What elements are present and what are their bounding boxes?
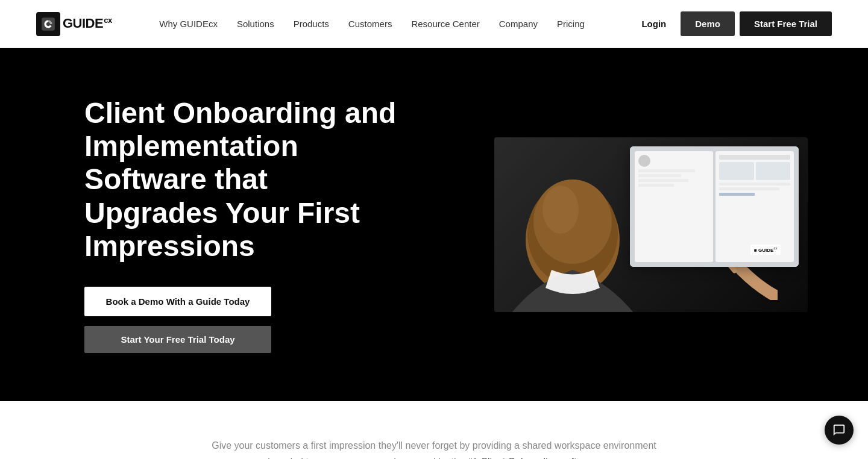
person-silhouette [506, 149, 639, 312]
nav-links: Why GUIDEcx Solutions Products Customers… [159, 19, 585, 30]
svg-rect-0 [42, 17, 55, 31]
nav-customers[interactable]: Customers [348, 19, 392, 29]
hero-right: ■ GUIDEcx [494, 137, 808, 312]
nav-pricing[interactable]: Pricing [557, 19, 585, 29]
avatar-placeholder [638, 155, 650, 167]
nav-resource-center[interactable]: Resource Center [411, 19, 479, 29]
nav-why-guidecx[interactable]: Why GUIDEcx [159, 19, 218, 29]
logo-link[interactable]: GUIDEcx [36, 12, 112, 36]
hero-cta-group: Book a Demo With a Guide Today Start You… [84, 287, 271, 353]
guide-logo-svg [40, 16, 56, 32]
hero-left: Client Onboarding and Implementation Sof… [84, 96, 398, 353]
chat-icon [832, 423, 846, 437]
client-onboarding-link[interactable]: Client Onboarding software [480, 457, 597, 459]
hero-section: Client Onboarding and Implementation Sof… [0, 48, 868, 401]
below-hero-section: Give your customers a first impression t… [0, 401, 868, 459]
nav-products[interactable]: Products [294, 19, 329, 29]
nav-actions: Login Demo Start Free Trial [632, 11, 832, 36]
login-button[interactable]: Login [632, 14, 676, 34]
guide-logo-on-screen: ■ GUIDEcx [750, 245, 781, 255]
book-demo-button[interactable]: Book a Demo With a Guide Today [84, 287, 271, 316]
logo-icon [36, 12, 60, 36]
svg-point-6 [542, 186, 579, 234]
nav-solutions[interactable]: Solutions [237, 19, 274, 29]
nav-company[interactable]: Company [499, 19, 538, 29]
logo-text: GUIDEcx [63, 16, 112, 31]
start-free-trial-button[interactable]: Start Free Trial [740, 11, 832, 36]
navbar: GUIDEcx Why GUIDEcx Solutions Products C… [0, 0, 868, 48]
demo-button[interactable]: Demo [681, 11, 735, 36]
screen-mockup: ■ GUIDEcx [630, 146, 799, 267]
below-hero-text: Give your customers a first impression t… [205, 437, 663, 459]
chat-bubble[interactable] [825, 416, 854, 445]
hero-image: ■ GUIDEcx [494, 137, 808, 312]
screen-panel-left [635, 151, 713, 262]
hero-image-bg: ■ GUIDEcx [494, 137, 808, 312]
start-trial-button[interactable]: Start Your Free Trial Today [84, 326, 271, 353]
hero-headline: Client Onboarding and Implementation Sof… [84, 96, 398, 263]
